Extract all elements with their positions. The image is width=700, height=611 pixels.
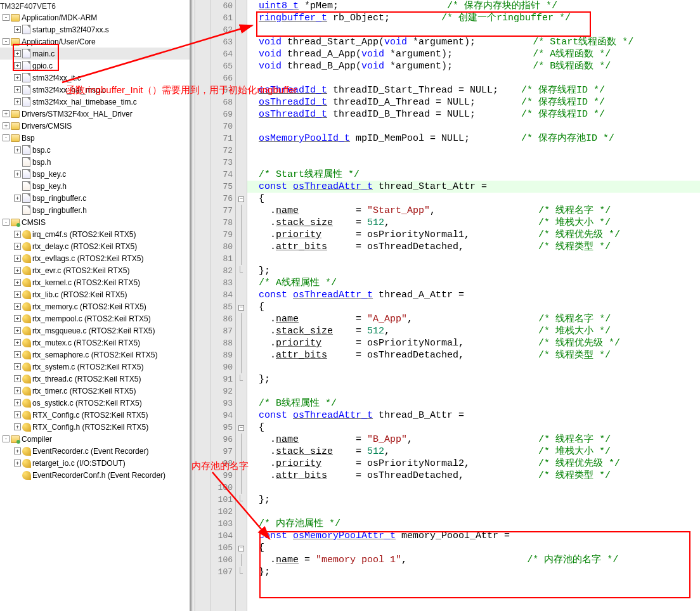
expand-icon[interactable]: - xyxy=(3,435,10,442)
code-editor[interactable]: 6061626364656667686970717273747576777879… xyxy=(195,0,700,611)
expand-icon[interactable]: + xyxy=(14,351,21,358)
expand-icon[interactable]: + xyxy=(14,170,21,177)
code-content[interactable]: uint8_t *pMem; /* 保存内存块的指针 */ ringbuffer… xyxy=(247,0,700,611)
tree-item-bsp-ringbuffer-h[interactable]: bsp_ringbuffer.h xyxy=(0,204,190,216)
code-line[interactable]: .name = "B_App", /* 线程名字 */ xyxy=(247,434,700,446)
fold-marker[interactable]: − xyxy=(236,193,247,205)
code-line[interactable] xyxy=(247,482,700,494)
code-line[interactable]: .attr_bits = osThreadDetached, /* 线程类型 *… xyxy=(247,241,700,253)
tree-item-rtx-system-c--rtos2-keil-rtx5-[interactable]: +rtx_system.c (RTOS2:Keil RTX5) xyxy=(0,361,190,373)
expand-icon[interactable] xyxy=(14,183,21,190)
expand-icon[interactable]: + xyxy=(14,146,21,153)
code-line[interactable]: }; xyxy=(247,494,700,506)
tree-item-application-mdk-arm[interactable]: -Application/MDK-ARM xyxy=(0,11,190,23)
expand-icon[interactable]: + xyxy=(14,279,21,286)
code-line[interactable]: { xyxy=(247,193,700,205)
code-line[interactable]: .attr_bits = osThreadDetached, /* 线程类型 *… xyxy=(247,470,700,482)
tree-item-bsp-h[interactable]: bsp.h xyxy=(0,156,190,168)
tree-item-rtx-config-h--rtos2-keil-rtx5-[interactable]: +RTX_Config.h (RTOS2:Keil RTX5) xyxy=(0,421,190,433)
expand-icon[interactable]: + xyxy=(14,327,21,334)
tree-item-bsp-ringbuffer-c[interactable]: +bsp_ringbuffer.c xyxy=(0,192,190,204)
code-line[interactable]: void thread_A_App(void *argument); /* A线… xyxy=(247,48,700,60)
expand-icon[interactable]: + xyxy=(14,231,21,238)
expand-icon[interactable]: + xyxy=(14,411,21,418)
expand-icon[interactable]: + xyxy=(14,363,21,370)
expand-icon[interactable]: - xyxy=(3,14,10,21)
expand-icon[interactable]: + xyxy=(14,50,21,57)
tree-item-stm32f4xx-hal-msp-c[interactable]: +stm32f4xx_hal_msp.c xyxy=(0,84,190,96)
tree-item-stm32f4xx-it-c[interactable]: +stm32f4xx_it.c xyxy=(0,72,190,84)
code-line[interactable]: /* Start线程属性 */ xyxy=(247,169,700,181)
expand-icon[interactable]: + xyxy=(14,339,21,346)
code-line[interactable] xyxy=(247,506,700,518)
code-line[interactable]: void thread_B_App(void *argument); /* B线… xyxy=(247,60,700,72)
code-line[interactable]: osThreadId_t threadID_Start_Thread = NUL… xyxy=(247,84,700,96)
expand-icon[interactable]: + xyxy=(14,460,21,466)
tree-item-rtx-memory-c--rtos2-keil-rtx5-[interactable]: +rtx_memory.c (RTOS2:Keil RTX5) xyxy=(0,300,190,312)
expand-icon[interactable]: + xyxy=(14,423,21,430)
tree-item-rtx-evflags-c--rtos2-keil-rtx5-[interactable]: +rtx_evflags.c (RTOS2:Keil RTX5) xyxy=(0,252,190,264)
code-line[interactable]: .name = "Start_App", /* 线程名字 */ xyxy=(247,205,700,217)
code-line[interactable]: }; xyxy=(247,373,700,385)
expand-icon[interactable]: + xyxy=(3,110,10,117)
expand-icon[interactable]: + xyxy=(14,267,21,274)
tree-item-drivers-cmsis[interactable]: +Drivers/CMSIS xyxy=(0,120,190,132)
tree-item-rtx-config-c--rtos2-keil-rtx5-[interactable]: +RTX_Config.c (RTOS2:Keil RTX5) xyxy=(0,409,190,421)
tree-item-drivers-stm32f4xx-hal-driver[interactable]: +Drivers/STM32F4xx_HAL_Driver xyxy=(0,108,190,120)
expand-icon[interactable]: + xyxy=(14,315,21,322)
code-line[interactable] xyxy=(247,145,700,157)
code-line[interactable]: }; xyxy=(247,566,700,578)
code-line[interactable]: const osThreadAttr_t thread_A_Attr = xyxy=(247,289,700,301)
expand-icon[interactable]: - xyxy=(3,219,10,226)
code-line[interactable]: .priority = osPriorityNormal2, /* 线程优先级 … xyxy=(247,458,700,470)
expand-icon[interactable] xyxy=(14,472,21,479)
project-tree-panel[interactable]: TM32F407VET6 -Application/MDK-ARM+startu… xyxy=(0,0,191,611)
tree-item-application-user-core[interactable]: -Application/User/Core xyxy=(0,35,190,48)
tree-item-cmsis[interactable]: -CMSIS xyxy=(0,216,190,228)
expand-icon[interactable]: - xyxy=(3,134,10,141)
tree-item-rtx-timer-c--rtos2-keil-rtx5-[interactable]: +rtx_timer.c (RTOS2:Keil RTX5) xyxy=(0,385,190,397)
expand-icon[interactable]: + xyxy=(3,122,10,129)
fold-marker[interactable]: − xyxy=(236,301,247,313)
code-line[interactable]: osThreadId_t threadID_A_Thread = NULL; /… xyxy=(247,96,700,108)
expand-icon[interactable]: + xyxy=(14,291,21,298)
expand-icon[interactable]: + xyxy=(14,255,21,262)
code-line[interactable]: .stack_size = 512, /* 堆栈大小 */ xyxy=(247,446,700,458)
expand-icon[interactable]: + xyxy=(14,26,21,33)
tree-item-main-c[interactable]: +main.c xyxy=(0,48,190,60)
code-line[interactable]: .priority = osPriorityNormal, /* 线程优先级 *… xyxy=(247,337,700,349)
tree-item-stm32f4xx-hal-timebase-tim-c[interactable]: +stm32f4xx_hal_timebase_tim.c xyxy=(0,96,190,108)
tree-item-rtx-mempool-c--rtos2-keil-rtx5-[interactable]: +rtx_mempool.c (RTOS2:Keil RTX5) xyxy=(0,312,190,325)
tree-item-retarget-io-c--i-o-stdout-[interactable]: +retarget_io.c (I/O:STDOUT) xyxy=(0,457,190,469)
expand-icon[interactable]: + xyxy=(14,195,21,202)
code-line[interactable]: .stack_size = 512, /* 堆栈大小 */ xyxy=(247,217,700,229)
expand-icon[interactable]: + xyxy=(14,375,21,382)
tree-item-eventrecorder-c--event-recorder-[interactable]: +EventRecorder.c (Event Recorder) xyxy=(0,445,190,457)
code-line[interactable]: void thread_Start_App(void *argument); /… xyxy=(247,36,700,48)
expand-icon[interactable]: + xyxy=(14,447,21,454)
tree-item-irq-cm4f-s--rtos2-keil-rtx5-[interactable]: +irq_cm4f.s (RTOS2:Keil RTX5) xyxy=(0,228,190,240)
code-line[interactable]: .name = "A_App", /* 线程名字 */ xyxy=(247,313,700,325)
tree-item-rtx-delay-c--rtos2-keil-rtx5-[interactable]: +rtx_delay.c (RTOS2:Keil RTX5) xyxy=(0,240,190,252)
tree-item-bsp-key-h[interactable]: bsp_key.h xyxy=(0,180,190,192)
code-line[interactable] xyxy=(247,385,700,397)
code-line[interactable] xyxy=(247,361,700,373)
tree-item-rtx-evr-c--rtos2-keil-rtx5-[interactable]: +rtx_evr.c (RTOS2:Keil RTX5) xyxy=(0,264,190,276)
tree-item-compiler[interactable]: -Compiler xyxy=(0,433,190,445)
expand-icon[interactable] xyxy=(14,207,21,214)
tree-item-gpio-c[interactable]: +gpio.c xyxy=(0,60,190,72)
tree-item-bsp-c[interactable]: +bsp.c xyxy=(0,144,190,156)
expand-icon[interactable]: + xyxy=(14,387,21,394)
tree-item-eventrecorderconf-h--event-recorder-[interactable]: EventRecorderConf.h (Event Recorder) xyxy=(0,469,190,481)
expand-icon[interactable]: + xyxy=(14,62,21,69)
code-line[interactable]: osMemoryPoolId_t mpID_MemPool = NULL; /*… xyxy=(247,132,700,145)
expand-icon[interactable]: + xyxy=(14,74,21,81)
code-line[interactable]: osThreadId_t threadID_B_Thread = NULL; /… xyxy=(247,108,700,120)
code-line[interactable]: /* A线程属性 */ xyxy=(247,277,700,289)
expand-icon[interactable]: + xyxy=(14,86,21,93)
expand-icon[interactable]: + xyxy=(14,399,21,406)
code-line[interactable]: const osThreadAttr_t thread_Start_Attr = xyxy=(247,181,700,193)
tree-item-rtx-kernel-c--rtos2-keil-rtx5-[interactable]: +rtx_kernel.c (RTOS2:Keil RTX5) xyxy=(0,276,190,288)
tree-item-startup-stm32f407xx-s[interactable]: +startup_stm32f407xx.s xyxy=(0,23,190,35)
code-line[interactable]: .attr_bits = osThreadDetached, /* 线程类型 *… xyxy=(247,349,700,361)
